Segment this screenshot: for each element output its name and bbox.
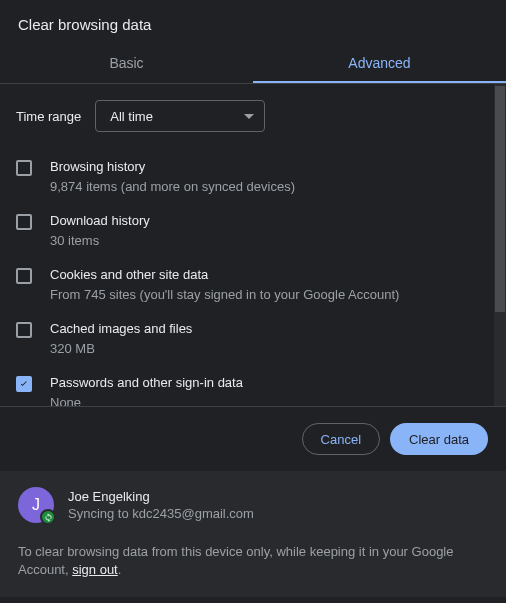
tab-basic[interactable]: Basic <box>0 43 253 83</box>
chevron-down-icon <box>244 114 254 119</box>
cancel-button[interactable]: Cancel <box>302 423 380 455</box>
option-title: Cookies and other site data <box>50 266 399 284</box>
option-cached: Cached images and files 320 MB <box>14 312 492 366</box>
account-sync-status: Syncing to kdc2435@gmail.com <box>68 506 254 521</box>
footer-text-end: . <box>118 562 122 577</box>
time-range-value: All time <box>110 109 153 124</box>
time-range-label: Time range <box>16 109 81 124</box>
option-title: Passwords and other sign-in data <box>50 374 243 392</box>
dialog-actions: Cancel Clear data <box>0 406 506 471</box>
footer-note: To clear browsing data from this device … <box>0 539 506 597</box>
option-download-history: Download history 30 items <box>14 204 492 258</box>
option-subtitle: From 745 sites (you'll stay signed in to… <box>50 286 399 304</box>
checkbox-cookies[interactable] <box>16 268 32 284</box>
option-subtitle: 9,874 items (and more on synced devices) <box>50 178 295 196</box>
option-title: Download history <box>50 212 150 230</box>
option-passwords: Passwords and other sign-in data None <box>14 366 492 406</box>
time-range-select[interactable]: All time <box>95 100 265 132</box>
clear-browsing-data-dialog: Clear browsing data Basic Advanced Time … <box>0 0 506 603</box>
checkbox-download-history[interactable] <box>16 214 32 230</box>
checkbox-browsing-history[interactable] <box>16 160 32 176</box>
tab-advanced[interactable]: Advanced <box>253 43 506 83</box>
sign-out-link[interactable]: sign out <box>72 562 118 577</box>
option-title: Cached images and files <box>50 320 192 338</box>
option-cookies: Cookies and other site data From 745 sit… <box>14 258 492 312</box>
tabs: Basic Advanced <box>0 43 506 84</box>
scrollbar[interactable] <box>494 84 506 406</box>
option-title: Browsing history <box>50 158 295 176</box>
clear-data-button[interactable]: Clear data <box>390 423 488 455</box>
checkbox-passwords[interactable] <box>16 376 32 392</box>
sync-icon <box>40 509 56 525</box>
account-section: J Joe Engelking Syncing to kdc2435@gmail… <box>0 471 506 539</box>
options-scroll-area: Time range All time Browsing history 9,8… <box>0 84 506 406</box>
option-subtitle: None <box>50 394 243 406</box>
checkbox-cached[interactable] <box>16 322 32 338</box>
time-range-row: Time range All time <box>14 94 492 150</box>
dialog-title: Clear browsing data <box>0 0 506 43</box>
scrollbar-thumb[interactable] <box>495 86 505 312</box>
account-name: Joe Engelking <box>68 489 254 504</box>
avatar: J <box>18 487 54 523</box>
option-subtitle: 320 MB <box>50 340 192 358</box>
option-subtitle: 30 items <box>50 232 150 250</box>
option-browsing-history: Browsing history 9,874 items (and more o… <box>14 150 492 204</box>
